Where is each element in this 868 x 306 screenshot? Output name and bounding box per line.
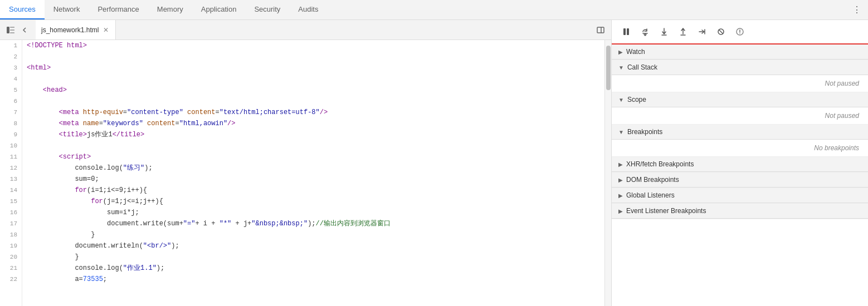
line-number: 4	[4, 73, 17, 85]
code-line: document.write(sum+"="+ i + "*" + j+"&nb…	[27, 218, 600, 229]
expand-icon[interactable]	[594, 24, 607, 36]
line-number: 14	[4, 185, 17, 196]
svg-rect-6	[623, 28, 626, 35]
section-chevron-breakpoints: ▼	[618, 129, 624, 135]
section-header-watch[interactable]: ▶Watch	[612, 45, 868, 60]
back-icon[interactable]	[19, 24, 31, 36]
section-chevron-scope: ▼	[618, 97, 624, 103]
code-line: a=73535;	[27, 274, 600, 285]
step-button[interactable]	[694, 24, 710, 40]
svg-rect-3	[10, 32, 14, 33]
tab-memory[interactable]: Memory	[148, 0, 192, 19]
pause-button[interactable]	[618, 24, 634, 40]
tab-security[interactable]: Security	[245, 0, 289, 19]
svg-rect-7	[627, 28, 629, 35]
file-tab[interactable]: js_homework1.html ✕	[36, 20, 116, 40]
code-line: <meta http-equiv="content-type" content=…	[27, 107, 600, 118]
editor-header-left	[0, 24, 36, 36]
section-label-breakpoints: Breakpoints	[627, 128, 662, 136]
section-label-xhr-breakpoints: XHR/fetch Breakpoints	[626, 160, 694, 168]
section-label-dom-breakpoints: DOM Breakpoints	[626, 176, 679, 184]
section-header-global-listeners[interactable]: ▶Global Listeners	[612, 188, 868, 203]
step-out-button[interactable]	[675, 24, 691, 40]
code-content[interactable]: <!DOCTYPE html> <html> <head> <meta http…	[22, 40, 604, 306]
section-chevron-global-listeners: ▶	[618, 193, 623, 199]
code-line: sum=0;	[27, 174, 600, 185]
section-content-scope: Not paused	[612, 107, 868, 125]
code-line: <head>	[27, 85, 600, 96]
section-header-dom-breakpoints[interactable]: ▶DOM Breakpoints	[612, 172, 868, 187]
section-header-event-listener-breakpoints[interactable]: ▶Event Listener Breakpoints	[612, 204, 868, 219]
section-content-call-stack: Not paused	[612, 75, 868, 92]
section-divider-event-listener-breakpoints	[612, 219, 868, 219]
svg-rect-0	[7, 27, 9, 33]
line-number: 16	[4, 207, 17, 218]
line-number: 21	[4, 263, 17, 274]
more-tabs-icon[interactable]: ⋮	[850, 3, 864, 17]
code-line: <html>	[27, 62, 600, 73]
section-header-call-stack[interactable]: ▼Call Stack	[612, 60, 868, 75]
tab-audits[interactable]: Audits	[289, 0, 327, 19]
line-number: 22	[4, 274, 17, 285]
svg-point-20	[739, 33, 740, 34]
pause-on-exceptions-button[interactable]	[732, 24, 748, 40]
tab-bar-right: ⋮	[850, 0, 868, 19]
section-label-call-stack: Call Stack	[627, 63, 657, 71]
svg-rect-1	[10, 27, 14, 28]
code-scroll-wrap: 12345678910111213141516171819202122 <!DO…	[0, 40, 611, 306]
editor-header: js_homework1.html ✕	[0, 20, 611, 40]
section-header-xhr-breakpoints[interactable]: ▶XHR/fetch Breakpoints	[612, 157, 868, 172]
debug-toolbar	[612, 20, 868, 45]
section-chevron-event-listener-breakpoints: ▶	[618, 208, 623, 214]
scrollbar-track[interactable]	[604, 40, 611, 306]
tab-network[interactable]: Network	[45, 0, 89, 19]
tab-bar: Sources Network Performance Memory Appli…	[0, 0, 868, 20]
step-over-button[interactable]	[637, 24, 653, 40]
line-number: 12	[4, 162, 17, 174]
code-line: console.log("练习");	[27, 162, 600, 174]
svg-rect-4	[597, 27, 604, 33]
section-content-breakpoints: No breakpoints	[612, 140, 868, 157]
line-number: 15	[4, 196, 17, 207]
code-line: <title>js作业1</title>	[27, 129, 600, 140]
code-line: }	[27, 251, 600, 263]
tab-application[interactable]: Application	[192, 0, 246, 19]
section-header-breakpoints[interactable]: ▼Breakpoints	[612, 125, 868, 140]
line-number: 13	[4, 174, 17, 185]
main-area: js_homework1.html ✕ 12345678910111213141…	[0, 20, 868, 306]
code-area[interactable]: 12345678910111213141516171819202122 <!DO…	[0, 40, 604, 306]
tab-sources[interactable]: Sources	[0, 0, 45, 19]
line-number: 17	[4, 218, 17, 229]
editor-header-expand	[594, 24, 611, 36]
section-label-event-listener-breakpoints: Event Listener Breakpoints	[626, 207, 706, 215]
line-number: 7	[4, 107, 17, 118]
line-number: 5	[4, 85, 17, 96]
code-line: for(j=1;j<=i;j++){	[27, 196, 600, 207]
line-number: 8	[4, 118, 17, 129]
line-number: 2	[4, 51, 17, 62]
file-tab-close[interactable]: ✕	[102, 25, 110, 35]
code-line: document.writeln("<br/>");	[27, 240, 600, 251]
section-chevron-call-stack: ▼	[618, 65, 624, 71]
line-number: 3	[4, 62, 17, 73]
section-header-scope[interactable]: ▼Scope	[612, 92, 868, 107]
code-line: console.log("作业1.1");	[27, 263, 600, 274]
line-number: 6	[4, 96, 17, 107]
scrollbar-thumb[interactable]	[606, 46, 611, 90]
svg-line-17	[719, 29, 723, 34]
code-line	[27, 140, 600, 151]
step-into-button[interactable]	[656, 24, 672, 40]
section-chevron-xhr-breakpoints: ▶	[618, 161, 623, 167]
section-chevron-watch: ▶	[618, 49, 623, 55]
line-number: 1	[4, 40, 17, 51]
tab-performance[interactable]: Performance	[89, 0, 148, 19]
svg-rect-2	[10, 29, 14, 31]
file-tab-name: js_homework1.html	[41, 26, 99, 34]
toggle-sidebar-icon[interactable]	[4, 24, 17, 36]
line-number: 9	[4, 129, 17, 140]
code-line: sum=i*j;	[27, 207, 600, 218]
section-label-scope: Scope	[627, 96, 646, 103]
section-chevron-dom-breakpoints: ▶	[618, 177, 623, 183]
deactivate-breakpoints-button[interactable]	[713, 24, 729, 40]
code-line	[27, 51, 600, 62]
